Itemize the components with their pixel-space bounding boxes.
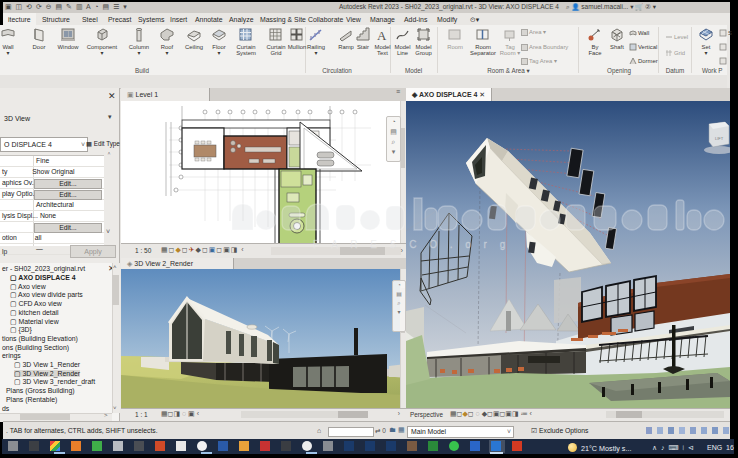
svg-text:LIFT: LIFT bbox=[715, 136, 724, 141]
svg-text:F A R E S C O . o r g: F A R E S C O . o r g bbox=[313, 239, 510, 250]
svg-text:A: A bbox=[377, 28, 387, 43]
